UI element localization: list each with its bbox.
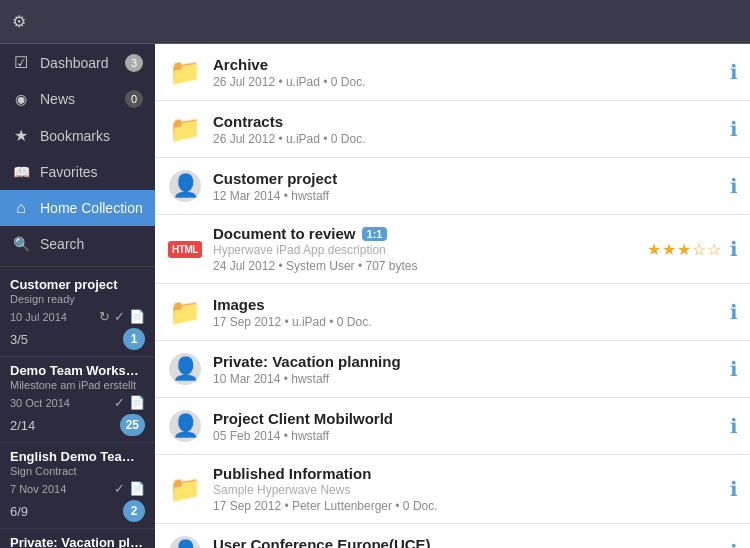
item-meta: 05 Feb 2014 • hwstaff bbox=[213, 429, 720, 443]
folder-icon: 📁 bbox=[169, 297, 201, 328]
project-item-private-vacation[interactable]: Private: Vacation plan… autumn half-term… bbox=[0, 529, 155, 548]
list-item-published-info[interactable]: 📁 Published Information Sample Hyperwave… bbox=[155, 455, 750, 524]
proj-count-left: 6/9 bbox=[10, 504, 28, 519]
folder-icon: 📁 bbox=[169, 114, 201, 145]
sidebar-label-search: Search bbox=[40, 236, 143, 252]
info-button[interactable]: ℹ bbox=[730, 540, 738, 548]
user-icon: 👤 bbox=[169, 410, 201, 442]
sidebar-item-search[interactable]: 🔍 Search bbox=[0, 226, 155, 262]
list-item-private-vacation[interactable]: 👤 Private: Vacation planning 10 Mar 2014… bbox=[155, 341, 750, 398]
proj-icons: ✓📄 bbox=[114, 395, 145, 410]
item-icon-wrap: 📁 bbox=[167, 294, 203, 330]
project-item-demo-team[interactable]: Demo Team Workspace Milestone am iPad er… bbox=[0, 357, 155, 443]
item-meta: 12 Mar 2014 • hwstaff bbox=[213, 189, 720, 203]
content-list: 📁 Archive 26 Jul 2012 • u.iPad • 0 Doc. … bbox=[155, 44, 750, 548]
sidebar-label-dashboard: Dashboard bbox=[40, 55, 115, 71]
list-item-project-client[interactable]: 👤 Project Client Mobilworld 05 Feb 2014 … bbox=[155, 398, 750, 455]
html-icon: HTML bbox=[168, 241, 202, 258]
user-icon: 👤 bbox=[169, 536, 201, 548]
gear-icon[interactable]: ⚙ bbox=[12, 12, 26, 31]
item-icon-wrap: 👤 bbox=[167, 408, 203, 444]
sidebar-item-news[interactable]: ◉ News 0 bbox=[0, 81, 155, 117]
item-body: Private: Vacation planning 10 Mar 2014 •… bbox=[213, 353, 720, 386]
sidebar-projects: Customer project Design ready 10 Jul 201… bbox=[0, 267, 155, 548]
home-collection-icon: ⌂ bbox=[12, 199, 30, 217]
list-item-archive[interactable]: 📁 Archive 26 Jul 2012 • u.iPad • 0 Doc. … bbox=[155, 44, 750, 101]
list-item-customer-project[interactable]: 👤 Customer project 12 Mar 2014 • hwstaff… bbox=[155, 158, 750, 215]
sync-info: ⚙ bbox=[12, 12, 34, 31]
list-item-contracts[interactable]: 📁 Contracts 26 Jul 2012 • u.iPad • 0 Doc… bbox=[155, 101, 750, 158]
check-icon: ✓ bbox=[114, 481, 125, 496]
project-item-english-demo[interactable]: English Demo Team… Sign Contract 7 Nov 2… bbox=[0, 443, 155, 529]
proj-subtitle: Milestone am iPad erstellt bbox=[10, 379, 145, 391]
sidebar-label-bookmarks: Bookmarks bbox=[40, 128, 143, 144]
doc-icon: 📄 bbox=[129, 481, 145, 496]
list-item-images[interactable]: 📁 Images 17 Sep 2012 • u.iPad • 0 Doc. ℹ bbox=[155, 284, 750, 341]
info-button[interactable]: ℹ bbox=[730, 414, 738, 438]
item-right: ℹ bbox=[730, 540, 738, 548]
item-body: Customer project 12 Mar 2014 • hwstaff bbox=[213, 170, 720, 203]
item-title-text: Private: Vacation planning bbox=[213, 353, 401, 370]
sidebar: ☑ Dashboard 3 ◉ News 0 ★ Bookmarks 📖 Fav… bbox=[0, 44, 155, 548]
proj-icons: ✓📄 bbox=[114, 481, 145, 496]
info-button[interactable]: ℹ bbox=[730, 174, 738, 198]
item-title-text: Document to review bbox=[213, 225, 356, 242]
search-icon: 🔍 bbox=[12, 235, 30, 253]
item-body: Project Client Mobilworld 05 Feb 2014 • … bbox=[213, 410, 720, 443]
sidebar-label-home-collection: Home Collection bbox=[40, 200, 143, 216]
item-meta: 17 Sep 2012 • Peter Luttenberger • 0 Doc… bbox=[213, 499, 720, 513]
item-meta: 26 Jul 2012 • u.iPad • 0 Doc. bbox=[213, 132, 720, 146]
item-icon-wrap: 👤 bbox=[167, 351, 203, 387]
dashboard-icon: ☑ bbox=[12, 53, 30, 72]
item-title: Images bbox=[213, 296, 720, 313]
sidebar-item-dashboard[interactable]: ☑ Dashboard 3 bbox=[0, 44, 155, 81]
item-right: ℹ bbox=[730, 174, 738, 198]
item-icon-wrap: 📁 bbox=[167, 54, 203, 90]
proj-count-left: 2/14 bbox=[10, 418, 35, 433]
sidebar-item-favorites[interactable]: 📖 Favorites bbox=[0, 154, 155, 190]
item-title-text: User Conference Europe(UCE) bbox=[213, 536, 431, 549]
item-right: ℹ bbox=[730, 300, 738, 324]
proj-count-right: 25 bbox=[120, 414, 145, 436]
item-title-text: Contracts bbox=[213, 113, 283, 130]
proj-subtitle: Sign Contract bbox=[10, 465, 145, 477]
item-title: Archive bbox=[213, 56, 720, 73]
item-right: ℹ bbox=[730, 477, 738, 501]
proj-title: Customer project bbox=[10, 277, 145, 292]
info-button[interactable]: ℹ bbox=[730, 357, 738, 381]
project-item-customer-project[interactable]: Customer project Design ready 10 Jul 201… bbox=[0, 271, 155, 357]
bookmarks-icon: ★ bbox=[12, 126, 30, 145]
sidebar-label-favorites: Favorites bbox=[40, 164, 143, 180]
list-item-user-conference[interactable]: 👤 User Conference Europe(UCE) 12 Mar 201… bbox=[155, 524, 750, 548]
info-button[interactable]: ℹ bbox=[730, 300, 738, 324]
favorites-icon: 📖 bbox=[12, 163, 30, 181]
info-button[interactable]: ℹ bbox=[730, 117, 738, 141]
item-title: User Conference Europe(UCE) bbox=[213, 536, 720, 549]
top-bar: ⚙ bbox=[0, 0, 750, 44]
sidebar-item-home-collection[interactable]: ⌂ Home Collection bbox=[0, 190, 155, 226]
stars-rating: ★★★☆☆ bbox=[647, 240, 722, 259]
item-body: Published Information Sample Hyperwave N… bbox=[213, 465, 720, 513]
item-body: Images 17 Sep 2012 • u.iPad • 0 Doc. bbox=[213, 296, 720, 329]
item-title: Contracts bbox=[213, 113, 720, 130]
info-button[interactable]: ℹ bbox=[730, 477, 738, 501]
doc-icon: 📄 bbox=[129, 309, 145, 324]
item-title: Project Client Mobilworld bbox=[213, 410, 720, 427]
list-item-document-review[interactable]: HTML Document to review 1:1 Hyperwave iP… bbox=[155, 215, 750, 284]
item-body: Archive 26 Jul 2012 • u.iPad • 0 Doc. bbox=[213, 56, 720, 89]
item-desc: Hyperwave iPad App description bbox=[213, 243, 637, 257]
proj-date: 10 Jul 2014 bbox=[10, 311, 67, 323]
proj-title: Private: Vacation plan… bbox=[10, 535, 145, 548]
item-title-text: Published Information bbox=[213, 465, 371, 482]
sidebar-item-bookmarks[interactable]: ★ Bookmarks bbox=[0, 117, 155, 154]
user-icon: 👤 bbox=[169, 170, 201, 202]
info-button[interactable]: ℹ bbox=[730, 60, 738, 84]
item-title-text: Project Client Mobilworld bbox=[213, 410, 393, 427]
info-button[interactable]: ℹ bbox=[730, 237, 738, 261]
item-meta: 24 Jul 2012 • System User • 707 bytes bbox=[213, 259, 637, 273]
item-body: Document to review 1:1 Hyperwave iPad Ap… bbox=[213, 225, 637, 273]
item-right: ★★★☆☆ ℹ bbox=[647, 237, 738, 261]
item-right: ℹ bbox=[730, 414, 738, 438]
item-meta: 10 Mar 2014 • hwstaff bbox=[213, 372, 720, 386]
proj-title: English Demo Team… bbox=[10, 449, 145, 464]
